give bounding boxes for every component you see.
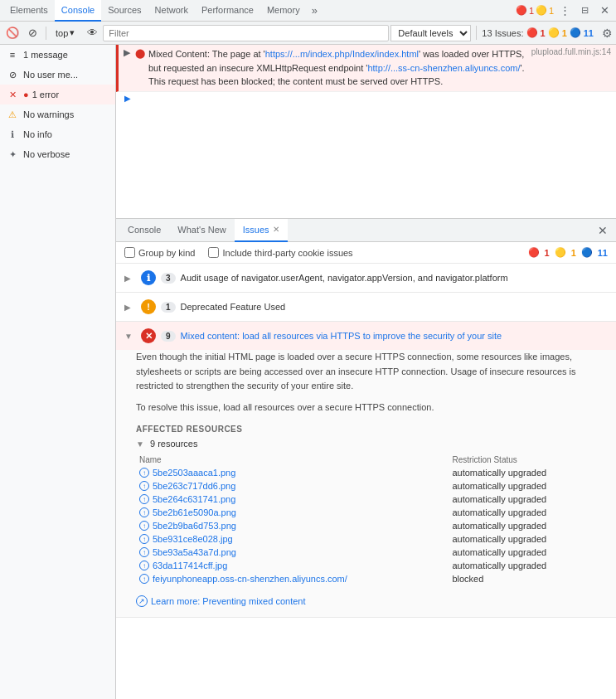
error-badge[interactable]: 🔴1 [517,2,533,19]
log-level-select[interactable]: Default levels [390,25,471,41]
resource-link-4[interactable]: ↑ 5be2b9ba6d753.png [139,521,445,531]
issues-yellow-count: 1 [571,248,576,258]
close-issues-tab-icon[interactable]: ✕ [273,225,279,234]
resource-row: ↑ 63da117414cff.jpg automatically upgrad… [136,559,596,572]
close-devtools-icon[interactable]: ✕ [596,2,613,19]
resource-status-cell: automatically upgraded [449,546,596,559]
main-area: ≡ 1 message ⊘ No user me... ✕ ●1 error ⚠… [0,45,616,699]
user-messages-label: No user me... [23,70,109,80]
tab-issues[interactable]: Issues ✕ [235,219,288,242]
resource-icon-8: ↑ [139,574,149,584]
resource-status-cell: automatically upgraded [449,532,596,546]
filter-input[interactable] [103,25,389,41]
info-icon: ℹ [7,129,18,140]
resource-status-cell: automatically upgraded [449,493,596,506]
issue-count-1: 3 [161,273,176,284]
issue-header-deprecated[interactable]: ▶ ! 1 Deprecated Feature Used [116,293,616,321]
resource-link-7[interactable]: ↑ 63da117414cff.jpg [139,561,445,570]
tab-whats-new[interactable]: What's New [169,219,234,242]
left-item-info[interactable]: ℹ No info [0,124,115,144]
tab-network[interactable]: Network [148,0,195,22]
resource-row: ↑ 5be2b9ba6d753.png automatically upgrad… [136,519,596,532]
resource-name-cell: ↑ 5be2b61e5090a.png [136,506,449,519]
console-error-message: ▶ ⬤ Mixed Content: The page at 'https://… [116,45,616,92]
resource-status-cell: blocked [449,572,596,585]
issue-header-mixed[interactable]: ▼ ✕ 9 Mixed content: load all resources … [116,322,616,350]
include-third-party-checkbox[interactable]: Include third-party cookie issues [208,247,352,258]
resource-link-5[interactable]: ↑ 5be931ce8e028.jpg [139,534,445,544]
left-item-warnings[interactable]: ⚠ No warnings [0,104,115,124]
resources-arrow-icon: ▼ [136,439,144,449]
resource-link-3[interactable]: ↑ 5be2b61e5090a.png [139,507,445,517]
resource-link-1[interactable]: ↑ 5be263c717dd6.png [139,481,445,491]
messages-icon: ≡ [7,50,18,60]
expand-message-button[interactable]: ▶ [124,47,130,58]
issue-row-deprecated: ▶ ! 1 Deprecated Feature Used [116,293,616,322]
console-toolbar: 🚫 ⊘ top ▾ 👁 Default levels 13 Issues: 🔴 … [0,22,616,45]
console-expand-arrow[interactable]: ▶ [116,92,616,104]
messages-label: 1 message [23,50,109,60]
include-third-party-input[interactable] [208,247,219,258]
resource-icon-1: ↑ [139,481,149,491]
left-item-verbose[interactable]: ✦ No verbose [0,144,115,164]
resource-status-cell: automatically upgraded [449,479,596,493]
error-url-link[interactable]: https://...m/index.php/Index/index.html [265,49,419,59]
context-selector[interactable]: top ▾ [51,26,80,40]
resource-link-0[interactable]: ↑ 5be2503aaaca1.png [139,468,445,478]
issue-header-navigator[interactable]: ▶ ℹ 3 Audit usage of navigator.userAgent… [116,264,616,292]
issues-red-count: 1 [545,248,550,258]
tab-elements[interactable]: Elements [3,0,55,22]
issue-row-navigator: ▶ ℹ 3 Audit usage of navigator.userAgent… [116,264,616,293]
more-tabs-button[interactable]: » [307,1,323,20]
left-item-messages[interactable]: ≡ 1 message [0,45,115,65]
error-endpoint-link[interactable]: http://...ss-cn-shenzhen.aliyuncs.com/ [367,63,520,73]
resource-link-6[interactable]: ↑ 5be93a5a43a7d.png [139,547,445,557]
group-by-kind-checkbox[interactable]: Group by kind [124,247,195,258]
filter-toggle-button[interactable]: ⊘ [23,24,41,42]
issues-error-count: 🔴 [526,27,538,38]
issue-icon-blue-1: ℹ [141,270,156,285]
issue-title-2: Deprecated Feature Used [181,302,286,312]
col-name-header: Name [136,454,449,466]
issue-expand-arrow-3: ▼ [124,332,133,341]
issue-icon-yellow-2: ! [141,299,156,314]
console-output-area: ▶ ⬤ Mixed Content: The page at 'https://… [116,45,616,219]
close-panel-button[interactable]: ✕ [593,224,613,237]
left-item-user-messages[interactable]: ⊘ No user me... [0,65,115,85]
issues-label: 13 Issues: [482,28,523,38]
learn-more-link[interactable]: ↗ Learn more: Preventing mixed content [136,595,596,607]
issues-error-num: 1 [541,28,546,38]
affected-resources-header: AFFECTED RESOURCES [136,425,596,434]
left-item-errors[interactable]: ✕ ●1 error [0,85,115,104]
verbose-label: No verbose [23,149,109,159]
top-tabs-bar: Elements Console Sources Network Perform… [0,0,616,22]
tab-console[interactable]: Console [55,0,101,22]
tab-sources[interactable]: Sources [101,0,148,22]
resource-row: ↑ 5be2b61e5090a.png automatically upgrad… [136,506,596,519]
tab-bottom-console[interactable]: Console [119,219,169,242]
toolbar-separator [46,27,46,40]
resource-icon-7: ↑ [139,561,149,570]
warning-badge[interactable]: 🟡1 [536,2,553,19]
dock-icon[interactable]: ⊟ [576,2,593,19]
tab-performance[interactable]: Performance [195,0,260,22]
issue-expand-arrow-1: ▶ [124,274,133,283]
issues-badge[interactable]: 13 Issues: 🔴 1 🟡 1 🔵 11 [476,26,599,40]
warnings-label: No warnings [23,109,109,119]
warning-icon: ⚠ [7,109,18,120]
issue-expand-arrow-2: ▶ [124,303,133,312]
issue-title-1: Audit usage of navigator.userAgent, navi… [181,273,508,283]
group-by-kind-input[interactable] [124,247,135,258]
resource-icon-6: ↑ [139,547,149,557]
issues-warn-count: 🟡 [548,27,560,38]
settings-icon[interactable]: ⋮ [556,2,573,19]
resource-link-2[interactable]: ↑ 5be264c631741.png [139,494,445,504]
resource-name-cell: ↑ 5be931ce8e028.jpg [136,532,449,546]
issues-yellow-badge: 🟡 [555,247,566,258]
clear-console-button[interactable]: 🚫 [3,24,22,42]
resource-link-8[interactable]: ↑ feiyunphoneapp.oss-cn-shenzhen.aliyunc… [139,574,445,584]
tab-memory[interactable]: Memory [260,0,307,22]
issues-settings-icon[interactable]: ⚙ [602,27,613,40]
resources-count-text: 9 resources [150,439,197,449]
live-expression-button[interactable]: 👁 [83,24,101,42]
